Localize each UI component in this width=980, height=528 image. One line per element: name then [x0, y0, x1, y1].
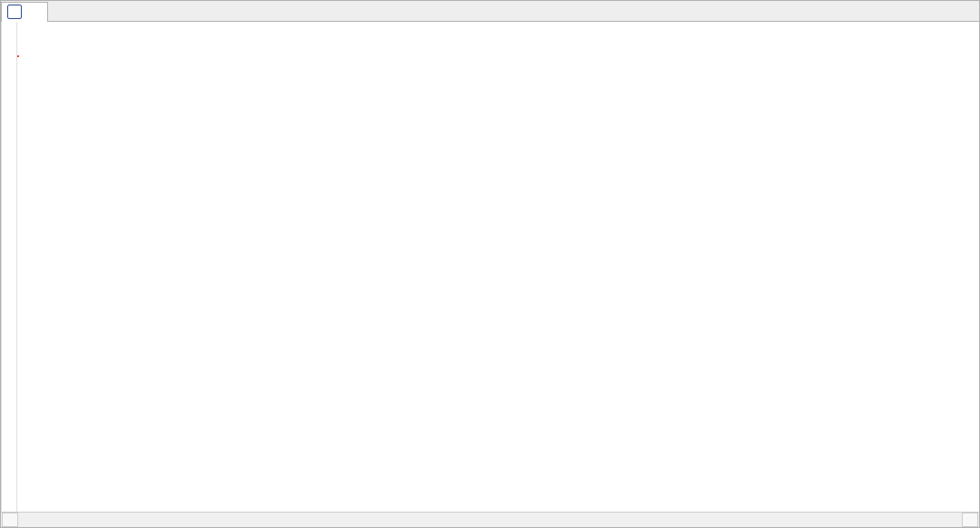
code-editor[interactable] [1, 22, 979, 512]
maven-file-icon [7, 5, 22, 19]
fold-column[interactable] [2, 22, 17, 512]
scroll-left-icon[interactable] [2, 513, 18, 527]
editor-tabbar [1, 1, 979, 22]
code-area[interactable] [17, 22, 979, 512]
editor-window [0, 0, 980, 528]
horizontal-scrollbar[interactable] [1, 512, 979, 527]
highlight-box [17, 55, 19, 57]
scroll-right-icon[interactable] [962, 513, 978, 527]
editor-body [1, 22, 979, 527]
close-icon[interactable] [31, 7, 40, 16]
editor-tab-pom[interactable] [1, 2, 48, 22]
